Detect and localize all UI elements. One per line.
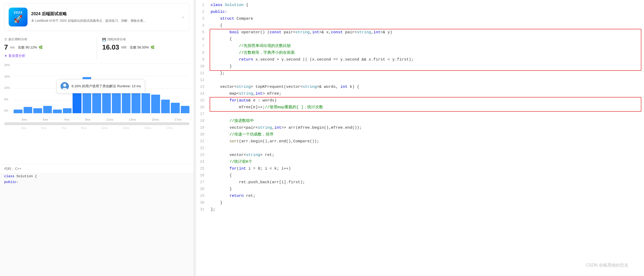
x-label-13ms: 13ms: [129, 118, 136, 121]
line-content-14: map<string,int> mTree;: [210, 91, 644, 98]
line-number-16: 16: [196, 104, 210, 111]
line-number-5: 5: [196, 29, 210, 36]
line-content-16: mTree[e]++;//使用map重载的[ ]，统计次数: [210, 104, 644, 111]
right-panel[interactable]: 1class Solution {2public:3 struct Compar…: [196, 0, 644, 276]
chart-bar-3[interactable]: [43, 63, 52, 113]
banner-arrow[interactable]: →: [180, 14, 185, 20]
line-content-27: ret.push_back(arr[i].first);: [210, 179, 644, 186]
panel-divider: [194, 0, 196, 276]
table-row: 28 }: [196, 186, 644, 193]
line-content-24: //统计前K个: [210, 159, 644, 166]
banner-text: 2024 后端面试攻略 本 LeetBook 针对于 2024 后端岗位的面试高…: [31, 11, 177, 23]
memory-stat-label: 💾 消耗内存分布: [102, 37, 189, 42]
chart-bar-16[interactable]: [171, 63, 180, 113]
line-number-12: 12: [196, 77, 210, 84]
bar-14: [151, 95, 160, 113]
line-number-11: 11: [196, 70, 210, 77]
stats-divider: [97, 36, 97, 59]
line-content-10: }: [210, 63, 644, 70]
memory-stat-section: 💾 消耗内存分布 16.03 MB 击败 56.50% 🌿: [102, 34, 189, 61]
chart-x2: 3ms 5ms 7ms 9ms 11ms 13ms 15ms 17ms: [14, 126, 180, 129]
time-stat-section: ⏱ 执行用时分布 7 ms 击败 90.12% 🌿 ✦ 复杂度分析: [4, 34, 91, 61]
stats-row: ⏱ 执行用时分布 7 ms 击败 90.12% 🌿 ✦ 复杂度分析 💾 消耗内存…: [4, 34, 189, 61]
table-row: 8 //次数相等，字典序小的在前面: [196, 50, 644, 57]
chart-bar-1[interactable]: [24, 63, 32, 113]
table-row: 24 //统计前K个: [196, 159, 644, 166]
chart-bar-17[interactable]: [181, 63, 190, 113]
table-row: 7 //先按照单词出现的次数比较: [196, 43, 644, 50]
banner-card[interactable]: 2024 🚀 2024 后端面试攻略 本 LeetBook 针对于 2024 后…: [4, 3, 189, 31]
table-row: 13 vector<string> topKFrequent(vector<st…: [196, 84, 644, 91]
table-row: 6 {: [196, 36, 644, 43]
chart-bar-0[interactable]: [14, 63, 23, 113]
table-row: 20 //传递一个仿函数，排序: [196, 132, 644, 138]
table-row: 9 return x.second > y.second || (x.secon…: [196, 57, 644, 63]
table-row: 27 ret.push_back(arr[i].first);: [196, 179, 644, 186]
table-row: 17: [196, 111, 644, 118]
x-label-3ms: 3ms: [21, 118, 27, 121]
line-content-6: {: [210, 36, 644, 43]
chart-y-labels: 20% 15% 10% 5% 0%: [4, 63, 10, 113]
complexity-link[interactable]: ✦ 复杂度分析: [4, 53, 91, 58]
line-number-1: 1: [196, 2, 210, 9]
code-lang-row: 代码 | C++: [0, 164, 194, 173]
chart-bar-14[interactable]: [151, 63, 160, 113]
bar-15: [161, 100, 170, 113]
chart-x-labels: 3ms 5ms 7ms 9ms 11ms 13ms 15ms 17ms: [14, 118, 189, 121]
line-number-27: 27: [196, 179, 210, 186]
line-content-15: for(auto& e : words): [210, 98, 644, 104]
line-content-4: {: [210, 23, 644, 29]
bar-16: [171, 103, 180, 113]
chart-bar-15[interactable]: [161, 63, 170, 113]
x-label-9ms: 9ms: [85, 118, 90, 121]
memory-value-row: 16.03 MB 击败 56.50% 🌿: [102, 43, 189, 51]
table-row: 30 }: [196, 200, 644, 207]
sparkle-icon: ✦: [4, 54, 7, 58]
line-number-20: 20: [196, 132, 210, 138]
time-value: 7: [4, 43, 8, 51]
bar-13: [141, 93, 150, 113]
memory-beat: 击败 56.50% 🌿: [130, 45, 155, 50]
line-number-7: 7: [196, 43, 210, 50]
code-label: 代码: [4, 166, 11, 171]
bar-4: [53, 110, 62, 113]
table-row: 12: [196, 77, 644, 84]
table-row: 15 for(auto& e : words): [196, 98, 644, 104]
watermark: CSDN @戴墨镜的恐龙: [586, 263, 628, 268]
line-content-30: }: [210, 200, 644, 207]
code-editor: 1class Solution {2public:3 struct Compar…: [196, 0, 644, 276]
line-content-25: for(int i = 0; i < k; i++): [210, 166, 644, 172]
line-number-25: 25: [196, 166, 210, 172]
preview-line-1: class Solution {: [4, 174, 189, 179]
line-content-21: sort(arr.begin(),arr.end(),Compare());: [210, 138, 644, 145]
y-label-15: 15%: [4, 75, 10, 78]
line-content-22: [210, 145, 644, 152]
banner-icon: 2024 🚀: [9, 8, 28, 26]
line-content-3: struct Compare: [210, 16, 644, 23]
chart-tooltip: 8.16% 的用户使用了类似解法 Runtime: 13 ms: [57, 79, 145, 93]
line-number-14: 14: [196, 91, 210, 98]
memory-value: 16.03: [102, 43, 119, 51]
line-content-11: };: [210, 70, 644, 77]
line-number-2: 2: [196, 9, 210, 16]
y-label-0: 0%: [4, 109, 10, 112]
tooltip-avatar: [61, 82, 69, 90]
y-label-10: 10%: [4, 86, 10, 89]
table-row: 23 vector<string> ret;: [196, 152, 644, 159]
memory-icon: 💾: [102, 38, 106, 41]
line-content-7: //先按照单词出现的次数比较: [210, 43, 644, 50]
chart-scrollbar[interactable]: [4, 122, 189, 125]
line-number-8: 8: [196, 50, 210, 57]
line-content-26: {: [210, 172, 644, 179]
line-number-21: 21: [196, 138, 210, 145]
bar-6: [73, 93, 81, 113]
table-row: 25 for(int i = 0; i < k; i++): [196, 166, 644, 172]
line-content-2: public:: [210, 9, 644, 16]
line-content-9: return x.second > y.second || (x.second …: [210, 57, 644, 63]
chart-section: 20% 15% 10% 5% 0% 3ms 5ms 7ms 9ms 11ms 1…: [4, 63, 189, 164]
table-row: 4 {: [196, 23, 644, 29]
table-row: 14 map<string,int> mTree;: [196, 91, 644, 98]
y-label-20: 20%: [4, 63, 10, 67]
chart-bar-2[interactable]: [33, 63, 42, 113]
table-row: 26 {: [196, 172, 644, 179]
